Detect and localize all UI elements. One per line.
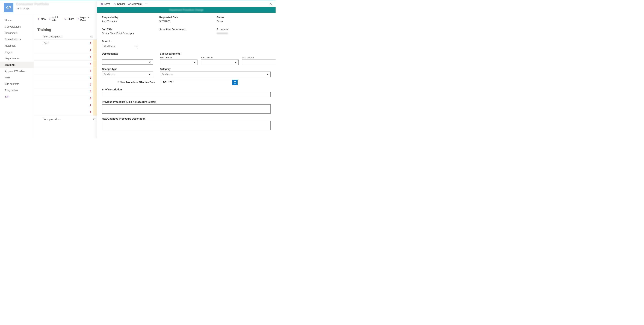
- field-brief-description: Brief Description: [102, 88, 270, 97]
- list-row-title: New procedure: [44, 118, 96, 121]
- panel-banner-title: Department Procedure Change: [169, 8, 204, 11]
- list-row[interactable]: [34, 88, 97, 95]
- form-panel: Save Cancel Copy link ··· Department Pro…: [97, 1, 276, 138]
- sub-dept-3-input[interactable]: [244, 60, 275, 64]
- copy-link-label: Copy link: [132, 2, 142, 5]
- brief-description-label: Brief Description: [102, 88, 270, 91]
- list-row[interactable]: [34, 47, 97, 54]
- nav-notebook[interactable]: Notebook: [0, 42, 34, 49]
- requested-by-label: Requested by: [102, 16, 156, 19]
- plus-icon: [37, 18, 40, 20]
- field-job-title: Job Title Senior SharePoint Developer: [102, 28, 156, 37]
- category-label: Category: [160, 68, 270, 70]
- row-edge-marker: [92, 60, 97, 67]
- brief-description-input[interactable]: [102, 92, 270, 97]
- list-row[interactable]: New procedure3/2: [34, 116, 97, 123]
- toolbar-share-button[interactable]: Share: [64, 18, 74, 20]
- pencil-icon: [49, 18, 51, 20]
- field-category: Category: [160, 68, 270, 77]
- field-extension: Extension xxxxxxxxx: [217, 28, 270, 37]
- toolbar-export-button[interactable]: Export to Excel: [77, 16, 94, 22]
- list-row[interactable]: [34, 95, 97, 102]
- close-panel-button[interactable]: [269, 2, 272, 6]
- required-icon: [90, 97, 92, 100]
- extension-label: Extension: [217, 28, 270, 31]
- branch-combo[interactable]: [102, 44, 137, 49]
- nav-edit-link[interactable]: Edit: [0, 94, 34, 100]
- chevron-down-icon: [266, 73, 269, 76]
- list-row[interactable]: [34, 81, 97, 88]
- required-icon: [90, 70, 92, 72]
- previous-procedure-label: Previous Procedure (Skip if procedure is…: [102, 100, 270, 103]
- column-brief-description[interactable]: Brief Description: [44, 35, 86, 38]
- site-logo: CP: [4, 3, 14, 12]
- row-edge-marker: [92, 88, 97, 95]
- more-actions-button[interactable]: ···: [145, 2, 148, 5]
- nav-conversations[interactable]: Conversations: [0, 24, 34, 30]
- list-row-date: 3/2: [92, 118, 96, 121]
- field-change-type: Change Type: [102, 68, 155, 77]
- job-title-label: Job Title: [102, 28, 156, 31]
- calendar-button[interactable]: [232, 80, 238, 85]
- toolbar-new-button[interactable]: New: [37, 18, 46, 20]
- list-row[interactable]: [34, 68, 97, 74]
- site-header: CP Consumer Portfolio Public group: [0, 1, 97, 15]
- nav-recycle-bin[interactable]: Recycle bin: [0, 87, 34, 94]
- nav-home[interactable]: Home: [0, 17, 34, 24]
- change-type-input[interactable]: [104, 72, 148, 76]
- column-new[interactable]: Ne: [86, 35, 93, 38]
- sub-dept-2-combo[interactable]: [201, 60, 239, 65]
- effective-date-input[interactable]: [160, 80, 232, 85]
- field-branch: Branch: [102, 40, 270, 49]
- chevron-down-icon: [275, 61, 276, 64]
- list-row[interactable]: [34, 54, 97, 60]
- required-icon: [90, 90, 92, 93]
- category-input[interactable]: [162, 72, 266, 76]
- nav-approval-workflow[interactable]: Approval Workflow: [0, 68, 34, 74]
- status-value: Open: [217, 20, 270, 22]
- required-icon: [90, 49, 92, 52]
- nav-training[interactable]: Training: [0, 62, 34, 68]
- field-new-procedure: New/Changed Procedure Description: [102, 117, 270, 131]
- nav-documents[interactable]: Documents: [0, 30, 34, 36]
- nav-shared-with-us[interactable]: Shared with us: [0, 36, 34, 42]
- list-row-title: Brief: [44, 42, 90, 44]
- nav-site-contents[interactable]: Site contents: [0, 81, 34, 87]
- list-row[interactable]: [34, 60, 97, 68]
- category-combo[interactable]: [160, 72, 270, 77]
- list-row[interactable]: [34, 74, 97, 81]
- effective-date-label: * New Procedure Effective Date: [102, 81, 155, 84]
- toolbar-share-label: Share: [68, 18, 74, 20]
- side-nav: Home Conversations Documents Shared with…: [0, 15, 34, 138]
- list-row[interactable]: Brief: [34, 40, 97, 47]
- list-row[interactable]: [34, 109, 97, 116]
- effective-date-field: [160, 80, 238, 85]
- requested-by-value: Alex Terentiev: [102, 20, 156, 22]
- copy-link-button[interactable]: Copy link: [128, 2, 142, 5]
- departments-input[interactable]: [104, 60, 148, 64]
- list-row[interactable]: [34, 102, 97, 109]
- save-button[interactable]: Save: [100, 2, 110, 5]
- departments-combo[interactable]: [102, 59, 153, 65]
- panel-body: Requested by Alex Terentiev Requested Da…: [97, 13, 276, 138]
- nav-departments[interactable]: Departments: [0, 55, 34, 62]
- row-edge-marker: [92, 47, 97, 54]
- sub-dept-2-input[interactable]: [202, 60, 234, 64]
- row-edge-marker: [92, 68, 97, 74]
- sub-dept-3-combo[interactable]: [242, 60, 276, 65]
- sub-dept-1-input[interactable]: [162, 60, 193, 64]
- list-area: New Quick edit Share Export to Excel Tra…: [34, 15, 97, 138]
- nav-rte[interactable]: RTE: [0, 74, 34, 81]
- list-toolbar: New Quick edit Share Export to Excel: [34, 15, 97, 23]
- cancel-button[interactable]: Cancel: [113, 2, 125, 5]
- chevron-down-icon: [61, 36, 64, 38]
- row-edge-marker: [92, 95, 97, 102]
- previous-procedure-input[interactable]: [102, 104, 270, 114]
- change-type-combo[interactable]: [102, 72, 153, 77]
- toolbar-quick-edit-button[interactable]: Quick edit: [49, 16, 61, 22]
- branch-input[interactable]: [104, 45, 135, 48]
- site-name: Consumer Portfolio: [16, 2, 49, 6]
- new-procedure-input[interactable]: [102, 121, 270, 130]
- sub-dept-1-combo[interactable]: [160, 60, 198, 65]
- nav-pages[interactable]: Pages: [0, 49, 34, 55]
